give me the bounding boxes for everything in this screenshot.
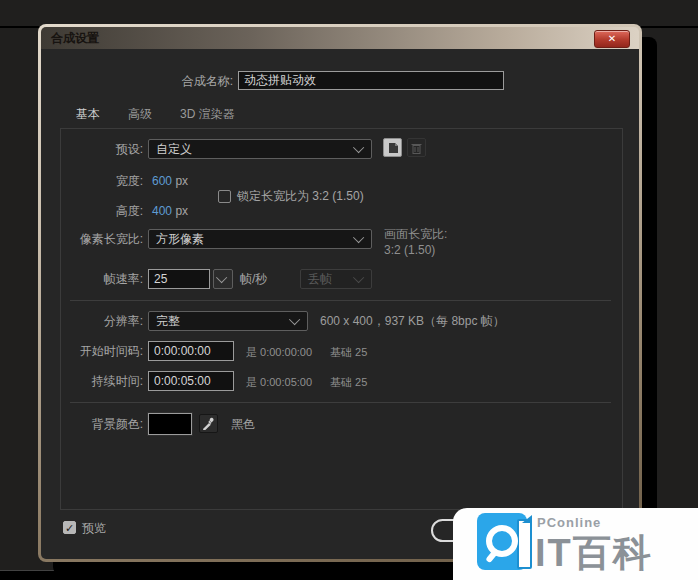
background-color-swatch[interactable] [148,413,192,435]
tab-basic[interactable]: 基本 [76,106,100,130]
page-fold-icon [522,515,532,523]
separator [70,402,611,403]
screen: 合成设置 ✕ 合成名称: 基本 高级 3D 渲染器 预设: 自定义 [0,0,698,580]
composition-settings-dialog: 合成设置 ✕ 合成名称: 基本 高级 3D 渲染器 预设: 自定义 [38,24,642,562]
preview-checkbox[interactable]: ✓ [63,521,76,534]
height-unit: px [175,204,188,218]
background-color-label: 背景颜色: [41,414,143,434]
pixel-aspect-select[interactable]: 方形像素 [148,229,372,249]
drop-frame-select[interactable]: 丢帧 [300,269,372,289]
delete-preset-button[interactable] [407,138,426,157]
tab-3d-renderer[interactable]: 3D 渲染器 [180,106,235,130]
frame-rate-unit: 帧/秒 [240,269,267,289]
pixel-aspect-label: 像素长宽比: [41,229,143,249]
start-timecode-input[interactable] [148,341,234,361]
start-timecode-base: 基础 25 [330,345,367,360]
frame-aspect-value: 3:2 (1.50) [384,243,435,257]
close-button[interactable]: ✕ [594,30,630,48]
tab-advanced[interactable]: 高级 [128,106,152,130]
frame-rate-dropdown-button[interactable] [213,269,233,289]
width-unit: px [175,174,188,188]
start-timecode-label: 开始时间码: [41,341,143,361]
chevron-down-icon [353,272,364,283]
duration-input[interactable] [148,371,234,391]
save-preset-button[interactable] [383,138,402,157]
dialog-body: 合成名称: 基本 高级 3D 渲染器 预设: 自定义 [41,49,639,559]
composition-name-label: 合成名称: [131,71,233,91]
eyedropper-icon [202,417,215,430]
frame-rate-input[interactable] [148,269,210,289]
resolution-label: 分辨率: [41,311,143,331]
separator [70,300,611,301]
preview-label: 预览 [82,518,106,538]
chevron-down-icon [216,272,227,283]
duration-base: 基础 25 [330,375,367,390]
resolution-select[interactable]: 完整 [148,311,308,331]
new-document-icon [387,142,399,154]
background-color-name: 黑色 [231,414,255,434]
watermark-title: IT百科 [535,528,653,579]
height-label: 高度: [41,201,143,221]
tab-bar: 基本 高级 3D 渲染器 [76,106,235,130]
preset-value: 自定义 [156,141,192,158]
watermark-logo [477,513,527,570]
lock-aspect-label: 锁定长宽比为 3:2 (1.50) [237,186,364,206]
frame-rate-label: 帧速率: [41,269,143,289]
width-value: 600 [152,174,172,188]
preset-select[interactable]: 自定义 [148,139,372,159]
height-value: 400 [152,204,172,218]
dialog-title: 合成设置 [41,31,99,45]
trash-icon [411,142,422,154]
duration-equals: 是 0:00:05:00 [246,375,312,390]
watermark: PConline IT百科 [453,508,698,580]
duration-label: 持续时间: [41,371,143,391]
eyedropper-button[interactable] [199,414,218,433]
start-timecode-equals: 是 0:00:00:00 [246,345,312,360]
drop-frame-value: 丢帧 [308,271,332,288]
frame-aspect-label: 画面长宽比: [384,226,447,243]
pixel-aspect-value: 方形像素 [156,231,204,248]
composition-name-input[interactable] [238,71,504,90]
chevron-down-icon [353,142,364,153]
chevron-down-icon [289,314,300,325]
dialog-title-bar[interactable]: 合成设置 ✕ [41,27,639,49]
close-icon: ✕ [608,33,616,44]
resolution-info: 600 x 400，937 KB（每 8bpc 帧） [320,313,505,330]
check-icon: ✓ [65,522,74,534]
resolution-value: 完整 [156,313,180,330]
width-label: 宽度: [41,171,143,191]
preset-label: 预设: [41,139,143,159]
page-icon [517,519,532,569]
lock-aspect-checkbox[interactable] [218,190,231,203]
chevron-down-icon [353,232,364,243]
